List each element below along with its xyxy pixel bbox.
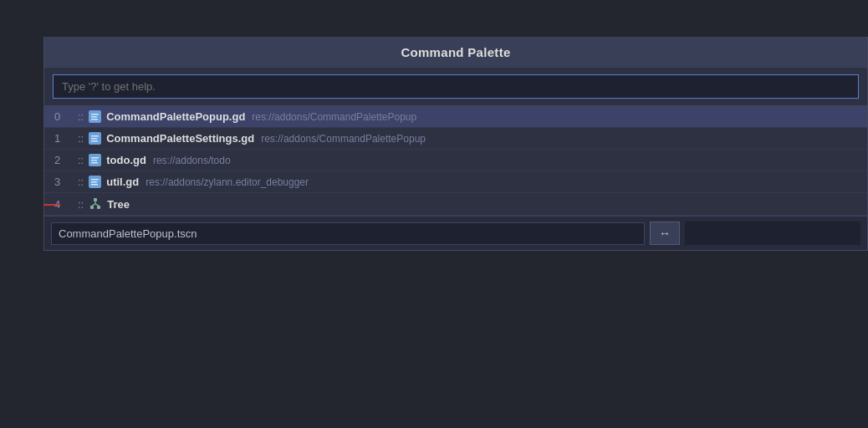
svg-rect-18 xyxy=(97,206,100,209)
item-name: util.gd xyxy=(106,176,139,188)
search-input[interactable] xyxy=(53,74,859,99)
item-path: res://addons/zylann.editor_debugger xyxy=(146,176,309,188)
item-sep: :: xyxy=(78,154,84,166)
svg-rect-6 xyxy=(91,138,97,140)
svg-rect-2 xyxy=(91,116,97,118)
item-index: 0 xyxy=(54,110,73,123)
search-bar xyxy=(44,68,867,106)
svg-rect-9 xyxy=(91,157,99,159)
table-row[interactable]: 2 :: todo.gd res://addons/todo xyxy=(44,150,867,171)
item-index: 2 xyxy=(54,154,73,166)
footer-bar: ↔ xyxy=(44,216,867,250)
script-icon xyxy=(89,154,101,166)
dialog-title: Command Palette xyxy=(44,37,867,68)
item-sep: :: xyxy=(78,176,84,188)
item-path: res://addons/todo xyxy=(153,155,231,166)
item-name: todo.gd xyxy=(106,154,146,166)
svg-line-20 xyxy=(92,204,95,206)
item-index: 3 xyxy=(54,176,73,188)
footer-right-panel xyxy=(685,222,860,245)
results-list: 0 :: CommandPalettePopup.gd res://addons… xyxy=(44,106,867,216)
svg-rect-13 xyxy=(91,179,99,181)
item-path: res://addons/CommandPalettePopup xyxy=(252,111,416,123)
svg-rect-15 xyxy=(91,184,98,186)
script-icon xyxy=(89,176,101,188)
svg-rect-3 xyxy=(91,119,98,120)
item-path: res://addons/CommandPalettePopup xyxy=(261,133,426,145)
table-row[interactable]: 0 :: CommandPalettePopup.gd res://addons… xyxy=(44,106,867,128)
svg-rect-16 xyxy=(94,198,97,201)
item-name: CommandPalettePopup.gd xyxy=(106,110,245,123)
script-icon xyxy=(89,110,101,123)
svg-rect-17 xyxy=(90,206,94,209)
item-sep: :: xyxy=(78,132,84,145)
item-index: 1 xyxy=(54,132,73,145)
svg-rect-7 xyxy=(91,140,98,142)
red-underline xyxy=(43,204,60,206)
item-sep: :: xyxy=(78,198,84,211)
table-row[interactable]: 3 :: util.gd res://addons/zylann.editor_… xyxy=(44,171,867,193)
footer-input[interactable] xyxy=(51,222,645,245)
svg-rect-10 xyxy=(91,160,97,161)
command-palette-dialog: Command Palette 0 :: CommandPalettePopup… xyxy=(43,37,868,251)
item-name: Tree xyxy=(107,198,130,211)
svg-rect-11 xyxy=(91,162,98,164)
svg-rect-5 xyxy=(91,135,99,137)
item-name: CommandPaletteSettings.gd xyxy=(106,132,254,145)
script-icon xyxy=(89,132,101,145)
table-row[interactable]: 4 :: Tree xyxy=(44,193,867,216)
table-row[interactable]: 1 :: CommandPaletteSettings.gd res://add… xyxy=(44,128,867,150)
item-sep: :: xyxy=(78,110,84,123)
svg-line-21 xyxy=(95,204,99,206)
arrow-button[interactable]: ↔ xyxy=(650,222,680,245)
svg-rect-14 xyxy=(91,181,97,183)
tree-node-icon xyxy=(89,197,102,211)
svg-rect-1 xyxy=(91,114,99,115)
background: Command Palette 0 :: CommandPalettePopup… xyxy=(0,0,868,428)
